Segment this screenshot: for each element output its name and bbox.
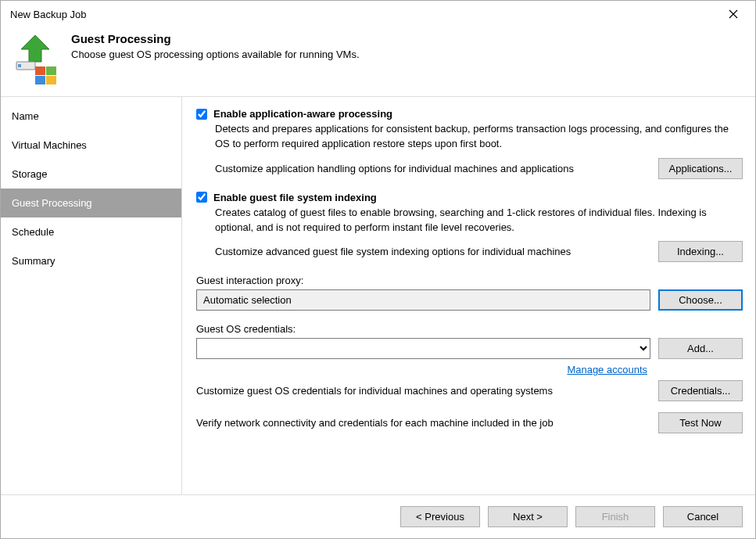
indexing-desc: Creates catalog of guest files to enable… [215, 206, 743, 235]
titlebar: New Backup Job [1, 1, 755, 27]
appaware-customize-text: Customize application handling options f… [215, 163, 650, 174]
page-title: Guest Processing [71, 32, 360, 45]
appaware-label[interactable]: Enable application-aware processing [213, 108, 392, 120]
next-button[interactable]: Next > [488, 506, 568, 527]
window-title: New Backup Job [10, 9, 87, 20]
credentials-field-row: Add... [196, 338, 743, 359]
proxy-field-row: Choose... [196, 289, 743, 311]
svg-rect-2 [35, 66, 45, 75]
sidebar-item-virtual-machines[interactable]: Virtual Machines [1, 131, 181, 160]
verify-row: Verify network connectivity and credenti… [196, 412, 743, 433]
page-subtitle: Choose guest OS processing options avail… [71, 49, 360, 60]
close-button[interactable] [718, 3, 749, 25]
choose-button[interactable]: Choose... [658, 289, 743, 311]
add-button[interactable]: Add... [658, 338, 743, 359]
credentials-select[interactable] [196, 338, 650, 359]
credentials-customize-row: Customize guest OS credentials for indiv… [196, 380, 743, 401]
indexing-customize-row: Customize advanced guest file system ind… [215, 241, 743, 262]
test-now-button[interactable]: Test Now [658, 412, 743, 433]
section-credentials: Guest OS credentials: Add... Manage acco… [196, 323, 743, 444]
svg-rect-1 [18, 64, 21, 67]
finish-button: Finish [575, 506, 655, 527]
credentials-customize-text: Customize guest OS credentials for indiv… [196, 385, 650, 397]
appaware-checkbox[interactable] [196, 109, 207, 120]
verify-text: Verify network connectivity and credenti… [196, 417, 650, 429]
section-proxy: Guest interaction proxy: Choose... [196, 275, 743, 315]
wizard-main: Enable application-aware processing Dete… [182, 97, 755, 494]
section-indexing: Enable guest file system indexing Create… [196, 192, 743, 268]
sidebar-item-schedule[interactable]: Schedule [1, 217, 181, 246]
svg-rect-3 [46, 66, 56, 75]
proxy-label: Guest interaction proxy: [196, 275, 743, 286]
wizard-header-text: Guest Processing Choose guest OS process… [71, 32, 360, 60]
proxy-input[interactable] [196, 289, 650, 311]
cancel-button[interactable]: Cancel [663, 506, 743, 527]
indexing-checkbox[interactable] [196, 192, 207, 203]
applications-button[interactable]: Applications... [658, 158, 743, 179]
wizard-icon [12, 32, 59, 85]
manage-accounts-link[interactable]: Manage accounts [567, 364, 647, 376]
wizard-body: Name Virtual Machines Storage Guest Proc… [1, 96, 755, 494]
credentials-label: Guest OS credentials: [196, 323, 743, 335]
appaware-checkbox-row: Enable application-aware processing [196, 108, 743, 120]
manage-accounts-row: Manage accounts [196, 364, 743, 376]
sidebar-item-storage[interactable]: Storage [1, 160, 181, 189]
indexing-checkbox-row: Enable guest file system indexing [196, 192, 743, 203]
wizard-sidebar: Name Virtual Machines Storage Guest Proc… [1, 97, 182, 494]
credentials-button[interactable]: Credentials... [658, 380, 743, 401]
svg-rect-4 [35, 76, 45, 84]
dialog-window: New Backup Job Guest Processing Choose g… [0, 0, 756, 539]
sidebar-item-summary[interactable]: Summary [1, 246, 181, 275]
indexing-button[interactable]: Indexing... [658, 241, 743, 262]
indexing-customize-text: Customize advanced guest file system ind… [215, 246, 650, 257]
appaware-desc: Detects and prepares applications for co… [215, 122, 743, 152]
wizard-footer: < Previous Next > Finish Cancel [1, 494, 755, 538]
section-appaware: Enable application-aware processing Dete… [196, 108, 743, 184]
previous-button[interactable]: < Previous [400, 506, 480, 527]
close-icon [729, 9, 738, 19]
svg-rect-5 [46, 76, 56, 84]
indexing-label[interactable]: Enable guest file system indexing [213, 192, 377, 203]
wizard-header: Guest Processing Choose guest OS process… [1, 27, 755, 96]
sidebar-item-name[interactable]: Name [1, 102, 181, 131]
sidebar-item-guest-processing[interactable]: Guest Processing [1, 189, 181, 217]
appaware-customize-row: Customize application handling options f… [215, 158, 743, 179]
